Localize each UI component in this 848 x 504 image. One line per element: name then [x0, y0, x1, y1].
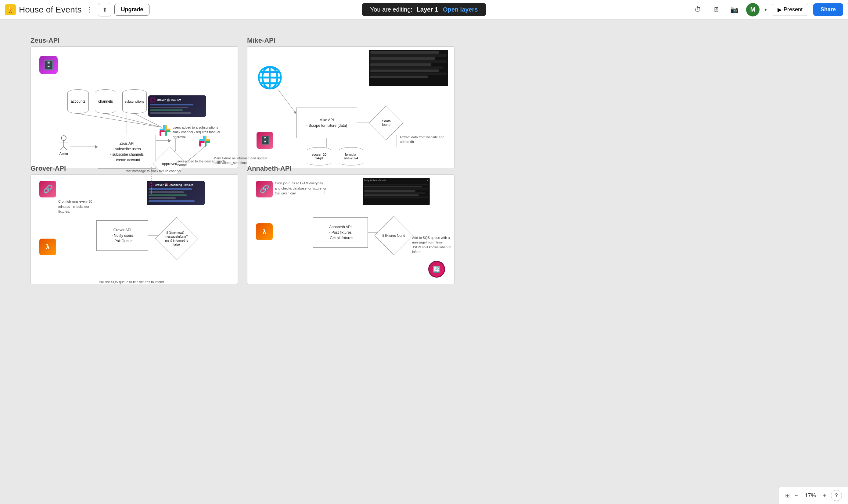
cylinder-channels-label: channels	[98, 99, 113, 104]
cylinder-formula: formula-one-2024	[339, 147, 363, 165]
slack-svg-2	[198, 135, 211, 147]
cylinder-channels: channels	[95, 89, 116, 114]
actor-label: Actor	[59, 151, 68, 156]
upload-button[interactable]: ⬆	[98, 3, 111, 16]
globe-icon: 🌐	[257, 65, 283, 90]
svg-line-42	[278, 89, 296, 114]
app-logo: 🏆	[5, 4, 16, 15]
canvas[interactable]: Zeus-API 🗄️ Actor	[0, 19, 848, 504]
svg-line-12	[60, 147, 64, 150]
cylinder-soccer-label: soccer-2024-pl	[312, 153, 326, 160]
cylinder-subscriptions-label: subscripti­ons	[125, 100, 144, 103]
layer-name: Layer 1	[417, 6, 438, 13]
svg-rect-26	[165, 130, 171, 132]
open-layers-link[interactable]: Open layers	[443, 6, 478, 13]
svg-rect-38	[199, 141, 205, 143]
annabeth-api-box: Annabeth API- Post fixtures- Get all fix…	[313, 217, 368, 248]
sqs-label: Add to SQS queue with a messageInformTim…	[412, 236, 452, 254]
poll-text: Poll the SQS queue to find fixtures to i…	[99, 280, 164, 284]
share-button[interactable]: Share	[813, 3, 843, 16]
annabeth-api-text: Annabeth API- Post fixtures- Get all fix…	[328, 224, 353, 241]
zoom-in-button[interactable]: +	[823, 492, 826, 499]
zoom-out-button[interactable]: −	[795, 492, 798, 499]
fit-icon-btn[interactable]: ⊞	[785, 492, 790, 499]
arrow-actor-zeus	[70, 147, 98, 147]
mike-db-emoji: 🗄️	[260, 136, 270, 145]
svg-line-13	[64, 147, 67, 150]
extract-label: Extract data from website and add to db	[400, 135, 449, 144]
cylinder-accounts-label: accounts	[71, 99, 85, 104]
presentation-icon: 🖥	[713, 6, 720, 14]
grover-lambda-symbol: λ	[46, 243, 49, 251]
cylinder-subscriptions: subscripti­ons	[122, 89, 147, 114]
svg-rect-32	[199, 139, 205, 141]
topbar-right: ⏱ 🖥 📷 M ▾ ▶ Present Share	[564, 3, 843, 16]
annabeth-screenshot-thumb: Body Attributes Details ×	[363, 178, 430, 205]
sqs-icon: 🔄	[428, 261, 445, 277]
grover-label: Grover-API	[31, 164, 66, 173]
grover-notification-img: S Grover 📅 Upcoming Fixtures	[147, 181, 205, 205]
annabeth-nodes-icon: 🔗	[256, 181, 273, 197]
help-button[interactable]: ?	[831, 490, 842, 501]
grover-diamond: if (time.now() = messageInformTi me & in…	[161, 223, 192, 254]
annabeth-frame-container: Mark fixture as informed and update noti…	[247, 174, 454, 284]
slack-icon-1	[159, 124, 171, 139]
avatar-button[interactable]: M	[746, 3, 760, 16]
present-button[interactable]: ▶ Present	[772, 4, 808, 16]
editing-prefix: You are editing:	[370, 6, 412, 13]
post-message-text: Post message to slack fixture channel	[125, 169, 181, 173]
annabeth-diamond-label: if fixtures found	[380, 222, 408, 249]
annabeth-ss-close: ×	[427, 179, 428, 182]
grover-api-text: Grover API- Notify users- Poll Queue	[111, 227, 133, 244]
grover-notif-title: Grover 📅 Upcoming Fixtures	[155, 183, 193, 186]
svg-rect-34	[205, 141, 210, 143]
zoom-level-display[interactable]: 17%	[802, 492, 818, 499]
mike-frame-container: Mike-API 🌐 🗄️	[247, 46, 454, 168]
bottombar: ⊞ − 17% + ?	[779, 487, 848, 504]
avatar-initials: M	[750, 6, 756, 13]
mike-screenshot-thumb	[369, 50, 448, 86]
extract-label-text: Extract data from website and add to db	[400, 135, 445, 144]
sqs-emoji: 🔄	[433, 266, 440, 273]
annabeth-lambda-symbol: λ	[262, 228, 266, 236]
if-data-found-diamond: if datafound	[374, 111, 398, 135]
svg-point-9	[61, 136, 66, 141]
annabeth-screenshot-content: Body Attributes Details ×	[363, 178, 430, 205]
annabeth-nodes-emoji: 🔗	[260, 184, 269, 194]
zeus-frame: 🗄️ Actor Zeus API- subscribe users-	[31, 46, 238, 168]
topbar-left: 🏆 House of Events ⋮ ⬆ Upgrade	[5, 3, 284, 16]
present-label: Present	[784, 6, 802, 13]
chevron-down-icon[interactable]: ▾	[764, 7, 767, 13]
annabeth-lambda-icon: λ	[256, 223, 273, 240]
annabeth-cron-label: Cron job runs at 12AM everyday and check…	[275, 181, 327, 196]
timer-icon-btn[interactable]: ⏱	[691, 3, 705, 16]
grover-diamond-label: if (time.now() = messageInformTi me & in…	[161, 223, 192, 254]
post-message-label: Post message to slack fixture channel	[116, 169, 189, 173]
cylinder-formula-label: formula-one-2024	[344, 153, 359, 160]
slack-mini-logo: S	[150, 97, 156, 103]
topbar-center: You are editing: Layer 1 Open layers	[284, 3, 564, 16]
actor-svg	[58, 135, 69, 150]
grover-cron-text: Cron job runs every 30 minutes - checks …	[58, 200, 92, 213]
svg-rect-28	[165, 129, 171, 130]
zeus-api-text: Zeus API- subscribe users- subscribe cha…	[110, 141, 144, 163]
timer-icon: ⏱	[695, 6, 701, 14]
video-icon: 📷	[730, 6, 739, 14]
upgrade-button[interactable]: Upgrade	[115, 4, 150, 16]
slack-label-1-text: users added to a subscriptions - slack c…	[173, 126, 220, 139]
svg-rect-30	[159, 130, 165, 132]
present-mode-icon-btn[interactable]: 🖥	[710, 3, 723, 16]
zeus-label: Zeus-API	[31, 37, 59, 44]
cylinder-soccer: soccer-2024-pl	[307, 147, 331, 165]
present-play-icon: ▶	[778, 6, 782, 13]
video-icon-btn[interactable]: 📷	[728, 3, 741, 16]
grover-frame: 🔗 λ Cron job runs every 30 minutes - che…	[31, 174, 238, 284]
mark-fixture-text: Mark fixture as informed and update noti…	[213, 156, 267, 164]
menu-icon[interactable]: ⋮	[85, 4, 95, 16]
sqs-label-text: Add to SQS queue with a messageInformTim…	[412, 236, 451, 253]
cylinder-accounts: accounts	[67, 89, 89, 114]
slack-notification-img: S Grover 🤖 2:45 AM	[148, 95, 206, 117]
grover-api-box: Grover API- Notify users- Poll Queue	[97, 220, 148, 251]
mike-frame: 🌐 🗄️ M	[247, 46, 454, 168]
diamond-label-mike: if datafound	[374, 111, 398, 135]
